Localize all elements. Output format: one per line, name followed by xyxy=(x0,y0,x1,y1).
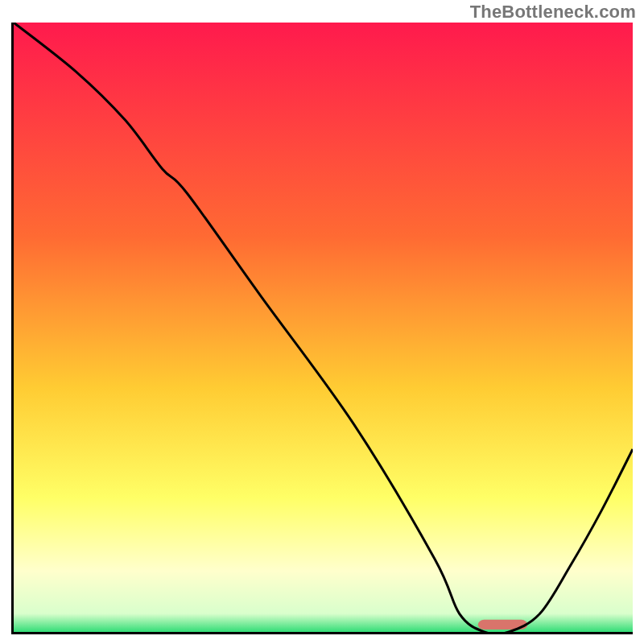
attribution-text: TheBottleneck.com xyxy=(470,2,636,23)
plot-svg xyxy=(14,23,633,632)
gradient-background xyxy=(14,23,633,632)
chart-frame: TheBottleneck.com xyxy=(0,0,644,644)
plot-area xyxy=(11,23,633,634)
